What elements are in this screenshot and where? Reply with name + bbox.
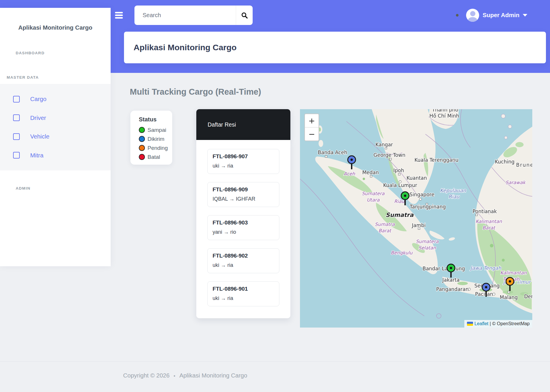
user-name[interactable]: Super Admin — [483, 12, 520, 19]
checkbox-icon — [13, 96, 20, 103]
map-zoom-out-button[interactable]: − — [305, 127, 319, 141]
map-container[interactable]: Thành phốHồ Chí MinhKangarGeorge TownKua… — [300, 109, 532, 328]
user-menu[interactable]: Super Admin — [456, 0, 527, 30]
map-zoom-in-button[interactable]: + — [305, 114, 319, 127]
sidebar-item-mitra[interactable]: Mitra — [0, 152, 111, 159]
map-label: Kalimantan — [476, 219, 502, 224]
map-label: Barat — [482, 225, 496, 231]
map-label: Medan — [362, 170, 379, 175]
resi-item[interactable]: FTL-0896-909IQBAL → IGHFAR — [207, 182, 279, 207]
map-label: Sumatra — [375, 222, 395, 227]
search-input[interactable] — [134, 6, 236, 25]
resi-item[interactable]: FTL-0896-901uki → ria — [207, 281, 279, 306]
map-label: Kuala Terengganu — [414, 157, 458, 163]
page-title: Aplikasi Monitoring Cargo — [124, 32, 546, 63]
map-canvas[interactable]: Thành phốHồ Chí MinhKangarGeorge TownKua… — [300, 109, 532, 328]
map-label: Brunei — [516, 162, 532, 168]
map-attribution: Leaflet | © OpenStreetMap — [464, 320, 532, 328]
map-label: Kuching — [495, 159, 515, 165]
checkbox-icon — [13, 152, 20, 159]
legend-item-dikirim: Dikirim — [139, 134, 168, 143]
legend-label: Sampai — [148, 127, 166, 133]
openstreetmap-link[interactable]: © OpenStreetMap — [492, 321, 530, 326]
map-label: Ipoh — [393, 168, 404, 173]
avatar[interactable] — [466, 9, 479, 22]
resi-route: uki → ria — [213, 262, 233, 268]
checkbox-icon — [13, 114, 20, 121]
legend-color-dot — [139, 136, 145, 142]
footer-copyright: Copyright © 2026 — [123, 372, 170, 379]
resi-item[interactable]: FTL-0896-902uki → ria — [207, 248, 279, 273]
resi-code: FTL-0896-901 — [213, 286, 248, 292]
map-label: Barat — [378, 228, 392, 233]
map-label: Selatan — [418, 245, 436, 251]
resi-code: FTL-0896-903 — [213, 220, 248, 226]
footer-brand: Aplikasi Monitoring Cargo — [179, 372, 247, 379]
map-label: Thành phố — [432, 109, 459, 113]
resi-list: FTL-0896-907uki → riaFTL-0896-909IQBAL →… — [196, 140, 290, 318]
resi-panel-header: Daftar Resi — [196, 109, 290, 140]
map-label: Kuala Lumpur — [383, 182, 417, 188]
map-label: Malang — [500, 294, 518, 300]
sidebar-item-vehicle[interactable]: Vehicle — [0, 133, 111, 140]
map-label: George Town — [373, 152, 405, 158]
map-label: Singapore — [409, 192, 434, 197]
sidebar-item-dashboard[interactable]: DASHBOARD — [16, 51, 44, 55]
resi-code: FTL-0896-909 — [213, 186, 248, 193]
map-city-dot — [493, 293, 495, 295]
sidebar-item-cargo[interactable]: Cargo — [0, 96, 111, 103]
legend-label: Batal — [148, 154, 160, 160]
search-icon — [241, 12, 248, 19]
map-zoom-control: + − — [304, 114, 319, 141]
resi-code: FTL-0896-907 — [213, 153, 248, 160]
map-label: Pontianak — [472, 208, 497, 214]
sidebar-item-label: Cargo — [30, 96, 46, 103]
burger-icon — [115, 12, 123, 13]
sidebar-item-label: Driver — [30, 114, 46, 121]
map-label: Denpasar — [524, 294, 532, 299]
leaflet-link[interactable]: Leaflet — [474, 321, 488, 326]
map-label: Bengkulu — [391, 250, 413, 256]
map-label: Jawa Tengah — [470, 265, 502, 271]
menu-toggle-button[interactable] — [115, 12, 123, 19]
sidebar-section-admin: ADMIN — [16, 186, 30, 190]
sidebar-master-items: CargoDriverVehicleMitra — [0, 84, 111, 170]
search-button[interactable] — [236, 6, 253, 25]
resi-panel: Daftar Resi FTL-0896-907uki → riaFTL-089… — [196, 109, 290, 318]
map-label: Bandar Lampung — [423, 266, 465, 271]
footer-divider — [0, 362, 550, 362]
map-label: Kepulauan — [440, 188, 466, 193]
legend-color-dot — [139, 127, 145, 133]
map-city-dot — [398, 173, 400, 175]
map-label: Tanjungpinang — [409, 204, 446, 210]
resi-item[interactable]: FTL-0896-903yani → rio — [207, 215, 279, 240]
map-label: Aceh — [344, 171, 355, 177]
sidebar-section-master-data: MASTER DATA — [7, 75, 39, 80]
map-label: Sumatra — [386, 211, 414, 218]
map-city-dot — [390, 158, 392, 160]
sidebar-brand-title: Aplikasi Monitoring Cargo — [0, 24, 111, 31]
resi-item[interactable]: FTL-0896-907uki → ria — [207, 149, 279, 174]
checkbox-icon — [13, 133, 20, 140]
map-label: Kalimantan — [500, 270, 527, 276]
map-label: Kuantan — [407, 175, 427, 181]
resi-route: yani → rio — [213, 229, 236, 235]
status-legend-card: Status SampaiDikirimPendingBatal — [130, 111, 172, 165]
legend-title: Status — [139, 116, 157, 123]
map-label: Banda Aceh — [318, 150, 347, 155]
legend-label: Dikirim — [148, 136, 164, 142]
resi-panel-title: Daftar Resi — [208, 121, 236, 128]
map-city-dot — [419, 198, 422, 200]
search-group — [134, 6, 253, 25]
map-label: Jambi — [411, 222, 426, 228]
map-city-dot — [325, 156, 327, 158]
section-heading: Multi Tracking Cargo (Real-Time) — [130, 87, 261, 97]
chevron-down-icon[interactable] — [523, 14, 527, 17]
resi-route: IQBAL → IGHFAR — [213, 196, 255, 202]
page-title-card: Aplikasi Monitoring Cargo — [124, 32, 546, 63]
avatar-person-icon — [470, 11, 475, 16]
map-city-dot — [370, 175, 372, 177]
sidebar-item-driver[interactable]: Driver — [0, 114, 111, 121]
sidebar: Aplikasi Monitoring Cargo DASHBOARD MAST… — [0, 8, 111, 266]
legend-items: SampaiDikirimPendingBatal — [139, 125, 168, 161]
